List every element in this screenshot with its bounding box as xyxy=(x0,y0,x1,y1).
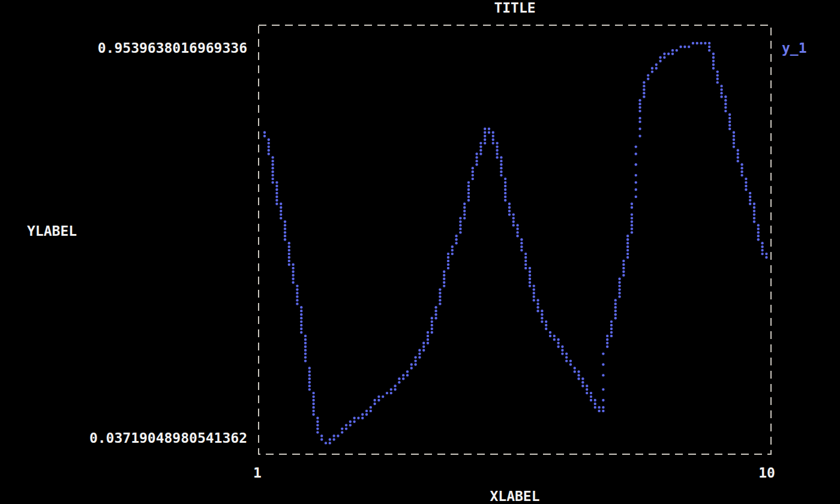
data-dot xyxy=(300,310,302,312)
data-dot xyxy=(284,231,286,233)
data-dot xyxy=(496,156,498,158)
data-dot xyxy=(484,135,486,137)
data-dot xyxy=(377,395,380,398)
data-dot xyxy=(533,295,535,298)
data-dot xyxy=(275,181,278,184)
data-dot xyxy=(431,324,433,326)
data-dot xyxy=(431,320,433,323)
data-dot xyxy=(316,427,319,430)
data-dot xyxy=(292,278,294,280)
data-dot xyxy=(626,242,629,244)
data-dot xyxy=(679,46,682,48)
data-dot xyxy=(296,302,298,305)
data-dot xyxy=(443,278,445,280)
data-dot xyxy=(268,149,270,151)
data-dot xyxy=(594,399,596,401)
data-dot xyxy=(524,267,527,269)
data-dot xyxy=(427,338,429,341)
data-dot xyxy=(602,410,604,412)
data-dot xyxy=(268,152,270,155)
data-dot xyxy=(626,249,629,251)
data-dot xyxy=(300,331,302,334)
data-dot xyxy=(479,142,482,144)
data-dot xyxy=(733,131,735,134)
data-dot xyxy=(275,196,278,198)
data-dot xyxy=(467,185,470,187)
data-dot xyxy=(618,288,620,290)
data-dot xyxy=(602,363,604,365)
data-dot xyxy=(268,139,270,141)
data-dot xyxy=(463,213,466,215)
data-dot xyxy=(304,346,307,348)
data-dot xyxy=(524,263,527,266)
data-dot xyxy=(451,249,454,251)
data-dot xyxy=(275,192,278,194)
data-dot xyxy=(602,406,604,409)
data-dot xyxy=(500,156,502,158)
data-dot xyxy=(484,139,486,141)
data-dot xyxy=(434,310,437,312)
data-dot xyxy=(488,131,490,134)
data-dot xyxy=(455,238,457,241)
data-dot xyxy=(439,302,441,305)
data-dot xyxy=(536,299,539,301)
data-dot xyxy=(394,388,396,391)
data-dot xyxy=(275,188,278,191)
data-dot xyxy=(638,110,641,112)
data-dot xyxy=(463,217,466,219)
data-dot xyxy=(284,235,286,237)
data-dot xyxy=(610,324,613,326)
data-dot xyxy=(602,388,604,391)
data-dot xyxy=(492,142,494,144)
data-dot xyxy=(312,406,314,409)
data-dot xyxy=(271,160,274,162)
data-dot xyxy=(655,67,658,70)
data-dot xyxy=(472,170,474,173)
data-dot xyxy=(740,167,743,169)
data-dot xyxy=(716,77,719,80)
data-dot xyxy=(536,310,539,312)
data-dot xyxy=(455,235,457,237)
data-dot xyxy=(757,235,760,237)
data-dot xyxy=(606,335,608,337)
data-dot xyxy=(308,388,311,391)
data-dot xyxy=(716,81,719,83)
data-dot xyxy=(638,103,641,105)
data-dot xyxy=(414,356,416,358)
data-dot xyxy=(382,395,384,398)
data-dot xyxy=(292,274,294,277)
data-dot xyxy=(431,317,433,319)
data-dot xyxy=(622,260,625,262)
data-dot xyxy=(724,95,727,98)
data-dot xyxy=(626,235,629,237)
data-dot xyxy=(606,342,608,344)
data-dot xyxy=(308,370,311,373)
data-dot xyxy=(288,249,290,251)
data-dot xyxy=(467,188,470,191)
data-dot xyxy=(610,320,613,323)
data-dot xyxy=(312,410,314,412)
data-dot xyxy=(431,328,433,330)
data-dot xyxy=(443,274,445,277)
data-dot xyxy=(484,131,486,134)
data-dot xyxy=(414,359,416,362)
data-dot xyxy=(410,363,413,365)
data-dot xyxy=(508,203,511,205)
data-dot xyxy=(431,331,433,334)
data-dot xyxy=(316,417,319,419)
data-dot xyxy=(728,121,731,123)
data-dot xyxy=(635,145,637,148)
data-dot xyxy=(508,210,511,212)
data-dot xyxy=(761,245,763,248)
data-dot xyxy=(737,156,739,158)
data-dot xyxy=(512,217,515,219)
data-dot xyxy=(308,381,311,383)
data-dot xyxy=(610,328,613,330)
data-dot xyxy=(390,392,392,394)
data-dot xyxy=(467,192,470,194)
data-dot xyxy=(275,203,278,205)
figure: TITLE 0.9539638016969336 0.0371904898054… xyxy=(0,0,840,504)
data-dot xyxy=(300,313,302,316)
data-dot xyxy=(740,163,743,166)
data-dot xyxy=(479,145,482,148)
